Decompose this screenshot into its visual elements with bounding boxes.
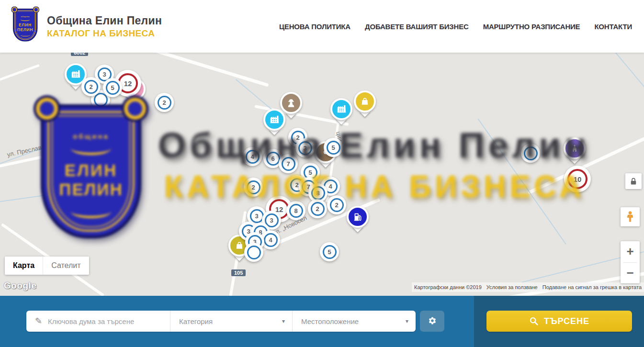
- map-canvas[interactable]: 123522235467510227481282233384356002105у…: [0, 53, 644, 296]
- site-logo[interactable]: община ЕЛИН ПЕЛИН Община Елин Пелин КАТА…: [13, 9, 162, 44]
- street-view-pegman[interactable]: [621, 207, 640, 226]
- cluster-marker[interactable]: 10: [564, 166, 591, 192]
- map-type-control: Карта Сателит: [5, 257, 89, 275]
- header: община ЕЛИН ПЕЛИН Община Елин Пелин КАТА…: [0, 0, 644, 53]
- watermark-crest: община ЕЛИН ПЕЛИН: [41, 104, 141, 238]
- search-fields: ✎ Категория ▾ Местоположение ▾: [26, 311, 416, 332]
- google-logo[interactable]: Google: [4, 280, 36, 291]
- advanced-settings-button[interactable]: [420, 311, 444, 332]
- cluster-marker[interactable]: 2: [155, 93, 174, 112]
- pencil-icon: ✎: [35, 316, 42, 326]
- zoom-in-button[interactable]: +: [621, 241, 640, 262]
- cluster-marker[interactable]: 4: [243, 147, 262, 166]
- search-input[interactable]: [48, 317, 158, 325]
- zoom-out-button[interactable]: −: [621, 263, 640, 284]
- cluster-marker[interactable]: 7: [279, 154, 298, 173]
- nav-item-contacts[interactable]: КОНТАКТИ: [594, 22, 632, 31]
- search-button[interactable]: ТЪРСЕНЕ: [486, 311, 632, 332]
- lock-icon: [629, 177, 638, 186]
- page: община ЕЛИН ПЕЛИН Община Елин Пелин КАТА…: [0, 0, 644, 347]
- map-type-map-button[interactable]: Карта: [5, 257, 43, 275]
- road: [0, 64, 40, 82]
- cluster-marker[interactable]: [521, 144, 540, 163]
- category-label: Категория: [179, 317, 213, 325]
- factory-pin-icon[interactable]: [330, 98, 352, 120]
- terms-link[interactable]: Условия за ползване: [484, 282, 540, 292]
- factory-pin-icon[interactable]: [263, 109, 285, 131]
- cluster-marker[interactable]: 3: [295, 138, 315, 157]
- search-icon: [529, 316, 539, 326]
- cluster-marker[interactable]: 2: [81, 77, 101, 96]
- zoom-control: + −: [621, 241, 640, 283]
- cluster-marker[interactable]: 2: [327, 195, 346, 214]
- lock-button[interactable]: [625, 173, 642, 189]
- chevron-down-icon: ▾: [406, 318, 408, 325]
- road-number-label: 105: [231, 269, 246, 276]
- category-dropdown[interactable]: Категория ▾: [170, 311, 292, 332]
- site-title: Община Елин Пелин: [47, 14, 162, 27]
- cluster-marker[interactable]: 5: [103, 78, 122, 97]
- keyword-field[interactable]: ✎: [26, 311, 170, 332]
- location-dropdown[interactable]: Местоположение ▾: [292, 311, 416, 332]
- gear-icon: [427, 316, 438, 326]
- cluster-marker[interactable]: 5: [324, 138, 343, 157]
- report-error-link[interactable]: Подаване на сигнал за грешка в картата: [540, 282, 644, 292]
- pegman-icon: [624, 211, 636, 223]
- search-button-label: ТЪРСЕНЕ: [544, 316, 589, 326]
- watermark-subtitle: КАТАЛОГ НА БИЗНЕСА: [164, 169, 585, 204]
- cluster-marker[interactable]: [244, 243, 263, 262]
- road-number-label: 6002: [71, 53, 88, 56]
- site-subtitle: КАТАЛОГ НА БИЗНЕСА: [47, 28, 162, 39]
- attribution-copyright: Картографски данни ©2019: [412, 282, 484, 292]
- main-nav: ЦЕНОВА ПОЛИТИКА ДОБАВЕТЕ ВАШИЯТ БИЗНЕС М…: [279, 22, 632, 31]
- cluster-marker[interactable]: 5: [320, 242, 339, 261]
- cluster-marker[interactable]: 2: [244, 178, 263, 197]
- nav-item-add-business[interactable]: ДОБАВЕТЕ ВАШИЯТ БИЗНЕС: [365, 22, 469, 31]
- municipality-crest-icon: община ЕЛИН ПЕЛИН: [13, 9, 38, 44]
- street-name-label: ул. Преслав: [6, 144, 42, 158]
- chevron-down-icon: ▾: [282, 318, 285, 325]
- nav-item-pricing[interactable]: ЦЕНОВА ПОЛИТИКА: [279, 22, 350, 31]
- nav-item-schedule[interactable]: МАРШРУТНО РАЗПИСАНИЕ: [483, 22, 580, 31]
- search-panel: ✎ Категория ▾ Местоположение ▾ ТЪР: [0, 296, 644, 347]
- fuel-pin-icon[interactable]: [347, 206, 369, 228]
- cluster-marker[interactable]: 2: [308, 199, 327, 218]
- river-line: [0, 122, 114, 164]
- church-pin-icon[interactable]: [564, 137, 586, 159]
- map-type-satellite-button[interactable]: Сателит: [43, 257, 89, 275]
- river-line: [600, 53, 644, 96]
- location-label: Местоположение: [301, 317, 359, 325]
- shopping-pin-icon[interactable]: [354, 90, 376, 112]
- river-line: [0, 191, 74, 203]
- map-attribution: Картографски данни ©2019 Условия за полз…: [412, 282, 644, 292]
- cluster-marker[interactable]: 8: [286, 201, 305, 220]
